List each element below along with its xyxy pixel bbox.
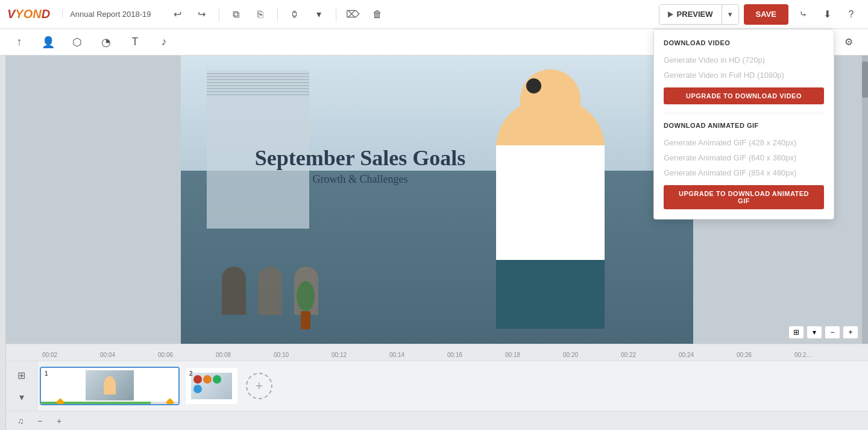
timeline-grid-button[interactable]: ⊞ — [13, 367, 30, 384]
plant-pot — [301, 311, 310, 329]
scene-1-thumb-art — [86, 370, 134, 400]
ruler-mark-10: 00:22 — [621, 352, 679, 358]
chevron-down-icon: ▾ — [728, 10, 732, 19]
timeline-minus-button[interactable]: − — [33, 414, 47, 428]
ruler-marks: 00:02 00:04 00:06 00:08 00:10 00:12 00:1… — [42, 344, 852, 361]
toolbar-separator-2 — [277, 7, 278, 22]
preview-play-icon — [668, 11, 673, 17]
layers-button[interactable]: ⧮ — [285, 5, 304, 24]
toolbar-separator-1 — [219, 7, 219, 22]
scene-background: September Sales Goals Growth & Challenge… — [181, 55, 693, 344]
logo: V YON D — [7, 7, 50, 21]
download-gif-section-title: DOWNLOAD ANIMATED GIF — [664, 122, 824, 129]
preview-main-button[interactable]: PREVIEW — [659, 4, 722, 25]
canvas-controls: ⊞ ▾ − + — [788, 326, 858, 339]
scene-2-grid — [191, 373, 232, 396]
logo-yond: YON — [15, 7, 41, 21]
timeline-add-button[interactable]: + — [52, 414, 66, 428]
upgrade-gif-button[interactable]: UPGRADE TO DOWNLOAD ANIMATED GIF — [664, 185, 824, 209]
scene-1-diamond-right — [166, 398, 174, 405]
view-options-button[interactable]: ▾ — [807, 326, 822, 339]
share-button[interactable]: ⤷ — [793, 5, 813, 24]
generate-gif-480-item[interactable]: Generate Animated GIF (854 x 480px) — [664, 165, 824, 180]
generate-hd-item[interactable]: Generate Video in HD (720p) — [664, 52, 824, 68]
zoom-out-button[interactable]: − — [825, 326, 840, 339]
scene-thumb-1-inner: 1 — [41, 368, 178, 404]
timeline-collapse-button[interactable]: ▾ — [13, 388, 30, 405]
right-scrollbar[interactable] — [862, 55, 868, 344]
ruler-mark-8: 00:18 — [505, 352, 563, 358]
scene-1-preview — [86, 370, 134, 402]
scene-text-overlay: September Sales Goals Growth & Challenge… — [255, 145, 465, 185]
canvas-frame: September Sales Goals Growth & Challenge… — [181, 55, 693, 344]
upload-button[interactable]: ↑ — [10, 33, 29, 52]
save-button[interactable]: SAVE — [744, 4, 788, 25]
text-button[interactable]: T — [125, 33, 145, 52]
generate-gif-240-item[interactable]: Generate Animated GIF (428 x 240px) — [664, 135, 824, 150]
ruler-mark-5: 00:12 — [332, 352, 389, 358]
ruler-mark-6: 00:14 — [389, 352, 447, 358]
ruler-mark-9: 00:20 — [563, 352, 621, 358]
scene-1-thumbnail — [86, 370, 134, 400]
preview-label: PREVIEW — [677, 10, 713, 19]
scene-title: September Sales Goals — [255, 145, 465, 170]
download-button[interactable]: ⬇ — [817, 5, 837, 24]
generate-gif-360-item[interactable]: Generate Animated GIF (640 x 360px) — [664, 150, 824, 165]
ruler-mark-2: 00:06 — [158, 352, 216, 358]
scene-subtitle: Growth & Challenges — [255, 172, 465, 185]
timeline-left-panel: ⊞ ▾ — [6, 361, 37, 411]
toolbar-separator-3 — [336, 7, 336, 22]
scene-thumb-2[interactable]: 2 — [184, 367, 239, 405]
timeline-ruler: 00:02 00:04 00:06 00:08 00:10 00:12 00:1… — [6, 344, 868, 361]
audio-button[interactable]: ♪ — [154, 33, 174, 52]
settings-button[interactable]: ⚙ — [839, 33, 858, 52]
scene-thumb-1[interactable]: 1 — [40, 367, 180, 405]
logo-d: D — [42, 7, 50, 21]
character-button[interactable]: 👤 — [39, 33, 58, 52]
shapes-button[interactable]: ⬡ — [68, 33, 87, 52]
eraser-button[interactable]: ⌦ — [344, 5, 363, 24]
document-title: Annual Report 2018-19 — [62, 10, 151, 19]
ruler-mark-11: 00:24 — [679, 352, 737, 358]
toolbar-right: PREVIEW ▾ SAVE ⤷ ⬇ ? — [659, 4, 861, 25]
music-button[interactable]: ♫ — [13, 414, 28, 428]
ruler-mark-12: 00:26 — [737, 352, 794, 358]
zoom-in-button[interactable]: + — [843, 326, 858, 339]
character-body — [496, 100, 605, 329]
layers-dropdown-button[interactable]: ▾ — [309, 5, 329, 24]
dropdown-divider — [664, 113, 824, 113]
generate-fullhd-item[interactable]: Generate Video in Full HD (1080p) — [664, 68, 824, 83]
top-toolbar: V YON D Annual Report 2018-19 ↩ ↪ ⧉ ⎘ ⧮ … — [0, 0, 868, 29]
scene-1-number: 1 — [45, 370, 48, 377]
preview-button-group: PREVIEW ▾ — [659, 4, 739, 25]
copy-button[interactable]: ⧉ — [227, 5, 246, 24]
chart-button[interactable]: ◔ — [96, 33, 116, 52]
add-scene-button[interactable]: + — [246, 373, 272, 399]
upgrade-video-button[interactable]: UPGRADE TO DOWNLOAD VIDEO — [664, 87, 824, 104]
scene-thumb-2-inner: 2 — [186, 368, 237, 404]
timeline-content: ⊞ ▾ 1 — [6, 361, 868, 411]
character-figure — [484, 84, 617, 344]
timeline-area: 00:02 00:04 00:06 00:08 00:10 00:12 00:1… — [6, 344, 868, 430]
ruler-mark-13: 00:2… — [794, 352, 852, 358]
redo-button[interactable]: ↪ — [192, 5, 212, 24]
undo-button[interactable]: ↩ — [168, 5, 187, 24]
fit-view-button[interactable]: ⊞ — [788, 326, 804, 339]
delete-button[interactable]: 🗑 — [368, 5, 387, 24]
scene-2-thumbnail — [191, 373, 232, 399]
left-panel — [0, 55, 6, 430]
preview-dropdown-button[interactable]: ▾ — [722, 4, 738, 25]
help-button[interactable]: ? — [841, 5, 861, 24]
paste-button[interactable]: ⎘ — [251, 5, 270, 24]
plant-decoration — [294, 281, 318, 329]
scrollbar-thumb — [862, 62, 868, 98]
download-video-section-title: DOWNLOAD VIDEO — [664, 39, 824, 46]
track-scene-row: 1 — [37, 367, 272, 405]
ruler-mark-3: 00:08 — [216, 352, 274, 358]
blinds-lines — [207, 70, 309, 95]
character-hair — [526, 78, 541, 93]
scene-1-diamond-left — [56, 398, 64, 405]
scene-1-char — [104, 376, 116, 394]
plant-leaves — [297, 281, 315, 311]
download-dropdown-panel: DOWNLOAD VIDEO Generate Video in HD (720… — [653, 29, 834, 220]
